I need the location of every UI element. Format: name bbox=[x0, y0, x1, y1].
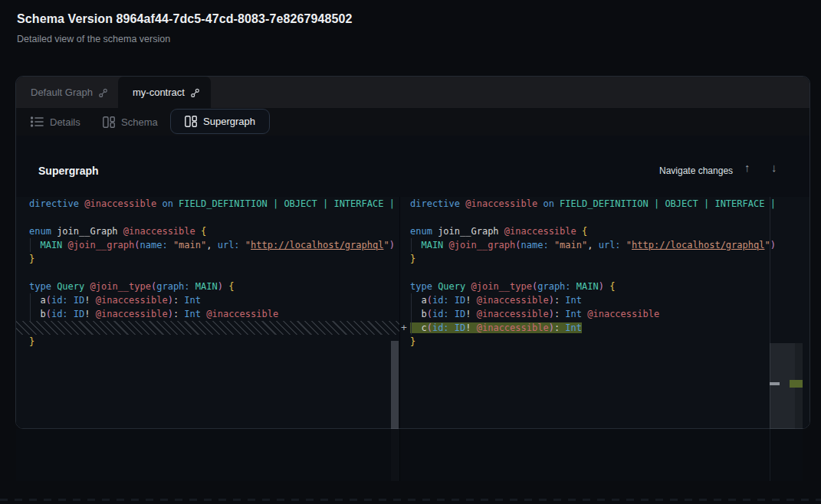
code-line bbox=[29, 211, 399, 224]
code-token: ! bbox=[465, 309, 476, 319]
code-token: MAIN bbox=[410, 240, 449, 250]
code-token: Int bbox=[184, 295, 201, 306]
code-token: "main" bbox=[554, 240, 587, 250]
code-token: " bbox=[626, 240, 632, 250]
diff-editor: directive @inaccessible on FIELD_DEFINIT… bbox=[16, 197, 810, 428]
code-token: MAIN bbox=[576, 281, 599, 292]
tab-details[interactable]: Details bbox=[31, 108, 80, 136]
code-token: Int bbox=[565, 309, 587, 319]
code-token: MAIN bbox=[29, 240, 68, 250]
code-token: @inaccessible bbox=[84, 198, 162, 209]
code-token: ID bbox=[74, 309, 84, 319]
minimap-slider[interactable] bbox=[770, 343, 803, 433]
tab-supergraph[interactable]: Supergraph bbox=[170, 109, 270, 134]
code-token: { bbox=[201, 226, 206, 237]
code-token: ! bbox=[465, 322, 476, 333]
code-token: type bbox=[410, 281, 438, 292]
code-token: ( bbox=[427, 322, 432, 333]
indent-guide bbox=[30, 307, 31, 321]
minimap-border-extension bbox=[770, 429, 770, 481]
code-line: directive @inaccessible on FIELD_DEFINIT… bbox=[29, 197, 399, 211]
code-token: "main" bbox=[173, 240, 206, 250]
supergraph-heading: Supergraph bbox=[38, 165, 99, 177]
code-token: @inaccessible bbox=[504, 226, 582, 237]
code-token: @join__type bbox=[90, 281, 150, 292]
code-token: : bbox=[554, 295, 565, 306]
tab-schema[interactable]: Schema bbox=[103, 108, 158, 136]
diff-pane-original[interactable]: directive @inaccessible on FIELD_DEFINIT… bbox=[16, 197, 399, 428]
code-token: OBJECT bbox=[284, 198, 323, 209]
code-token: { bbox=[582, 226, 587, 237]
code-token: id: bbox=[432, 322, 455, 333]
code-token: | bbox=[389, 198, 395, 209]
tab-schema-label: Schema bbox=[121, 116, 158, 128]
code-token: : bbox=[173, 295, 184, 306]
tab-default-graph[interactable]: Default Graph bbox=[16, 77, 119, 108]
code-token: } bbox=[410, 254, 415, 264]
code-token: OBJECT bbox=[665, 198, 704, 209]
code-token: | bbox=[770, 198, 776, 209]
code-token: , bbox=[206, 240, 217, 250]
code-token: on bbox=[543, 198, 560, 209]
code-token: ( bbox=[427, 295, 432, 306]
code-token: @inaccessible bbox=[96, 295, 168, 306]
indent-guide bbox=[30, 293, 31, 307]
code-token: type bbox=[29, 281, 57, 292]
code-token: join__Graph bbox=[438, 226, 504, 237]
indent-guide bbox=[411, 293, 412, 307]
code-token: join__Graph bbox=[57, 226, 123, 237]
code-token: " bbox=[245, 240, 251, 250]
indent-guide bbox=[411, 238, 412, 252]
code-token: ID bbox=[455, 309, 465, 319]
code-token: url: bbox=[599, 240, 626, 250]
indent-guide bbox=[30, 238, 31, 252]
code-token: b bbox=[410, 309, 427, 319]
left-pane-scrollbar[interactable] bbox=[391, 341, 399, 432]
code-line: } bbox=[410, 335, 780, 349]
code-line bbox=[410, 266, 780, 280]
code-token: ) bbox=[549, 309, 554, 319]
tab-my-contract-label: my-contract bbox=[133, 87, 185, 98]
code-line: type Query @join__type(graph: MAIN) { bbox=[29, 280, 399, 293]
code-token: @inaccessible bbox=[477, 309, 549, 319]
code-token: ) bbox=[389, 240, 395, 250]
code-token: ( bbox=[134, 240, 140, 250]
code-token: : bbox=[554, 322, 565, 333]
code-token: @join__graph bbox=[449, 240, 516, 250]
code-token: ID bbox=[74, 295, 84, 306]
code-token: b bbox=[29, 309, 46, 319]
diff-insert-sign: + bbox=[401, 321, 410, 335]
code-token: id: bbox=[51, 309, 74, 319]
tab-my-contract[interactable]: my-contract bbox=[118, 77, 211, 108]
code-line: } bbox=[29, 335, 399, 349]
code-token: @inaccessible bbox=[123, 226, 201, 237]
code-token: ( bbox=[427, 309, 432, 319]
code-token: id: bbox=[51, 295, 74, 306]
code-token: graph: bbox=[537, 281, 576, 292]
code-line: enum join__Graph @inaccessible { bbox=[29, 224, 399, 238]
tab-supergraph-label: Supergraph bbox=[203, 116, 255, 127]
code-token: FIELD_DEFINITION bbox=[179, 198, 273, 209]
page-title: Schema Version 8964af44-7dc5-47cd-8083-7… bbox=[17, 12, 352, 26]
code-token: ID bbox=[455, 322, 465, 333]
code-line: } bbox=[29, 252, 399, 266]
bottom-dashed-edge bbox=[0, 499, 821, 501]
pane-divider-extension bbox=[399, 429, 400, 481]
code-token: @inaccessible bbox=[477, 322, 549, 333]
diff-pane-modified[interactable]: directive @inaccessible on FIELD_DEFINIT… bbox=[400, 197, 780, 428]
code-token: a bbox=[410, 295, 427, 306]
variant-fork-icon bbox=[190, 88, 200, 98]
code-token: ( bbox=[46, 309, 51, 319]
code-token: a bbox=[29, 295, 46, 306]
code-token: ( bbox=[46, 295, 51, 306]
arrow-down-icon[interactable]: ↓ bbox=[771, 160, 777, 175]
code-token: enum bbox=[29, 226, 57, 237]
code-token: ) bbox=[599, 281, 604, 292]
code-line: b(id: ID! @inaccessible): Int @inaccessi… bbox=[29, 307, 399, 321]
code-token: , bbox=[587, 240, 598, 250]
code-token: | bbox=[654, 198, 665, 209]
code-line: directive @inaccessible on FIELD_DEFINIT… bbox=[410, 197, 780, 211]
code-token: http://localhost/graphql bbox=[251, 240, 383, 250]
code-token: FIELD_DEFINITION bbox=[560, 198, 654, 209]
arrow-up-icon[interactable]: ↑ bbox=[744, 160, 750, 175]
